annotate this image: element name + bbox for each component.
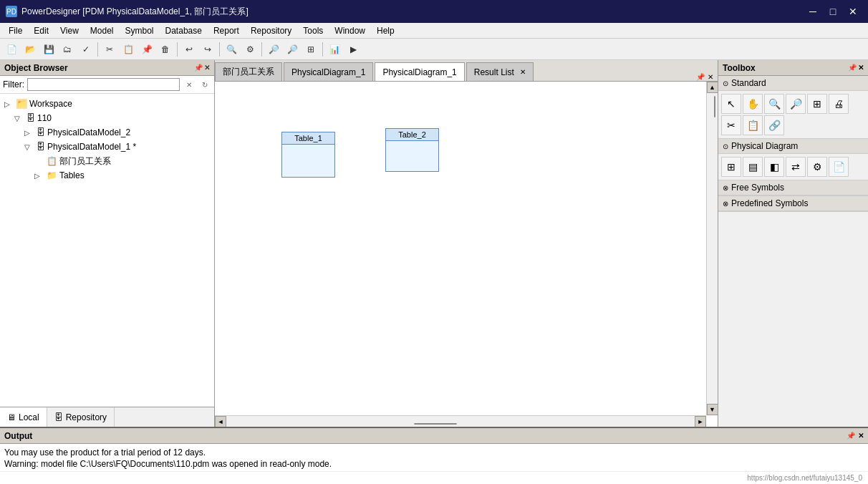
tree-item-pdm1[interactable]: ▽ 🗄 PhysicalDataModel_1 *: [23, 140, 211, 154]
maximize-button[interactable]: □: [824, 4, 842, 19]
tree-item-110[interactable]: ▽ 🗄 110: [13, 111, 211, 125]
toolbar-paste[interactable]: 📌: [138, 41, 155, 58]
standard-label: Standard: [731, 78, 766, 88]
menu-view[interactable]: View: [54, 24, 85, 37]
toolbar-undo[interactable]: ↩: [180, 41, 198, 58]
pdm1-icon: 🗄: [37, 142, 45, 152]
toolbar-save[interactable]: 💾: [40, 41, 57, 58]
toolbar-zoom-in[interactable]: 🔎: [265, 41, 282, 58]
tool-print[interactable]: 🖨: [829, 94, 849, 114]
menu-model[interactable]: Model: [85, 24, 120, 37]
tool-table[interactable]: ⊞: [721, 157, 741, 177]
table-2[interactable]: Table_2: [385, 128, 439, 172]
expand-110[interactable]: ▽: [14, 115, 24, 122]
menu-database[interactable]: Database: [160, 24, 208, 37]
tool-link[interactable]: 🔗: [764, 115, 784, 135]
tool-fk[interactable]: ⇄: [786, 157, 806, 177]
ob-pin-icon[interactable]: 📌: [194, 64, 203, 72]
toolbox-physdiagram-header[interactable]: ⊙ Physical Diagram: [718, 139, 868, 154]
toolbar-more[interactable]: ▶: [344, 41, 362, 58]
hscroll-thumb[interactable]: [414, 423, 457, 425]
tool-zoom-fit[interactable]: ⊞: [807, 94, 827, 114]
toolbar-save-all[interactable]: 🗂: [59, 41, 76, 58]
toolbar-zoom-out[interactable]: 🔎: [284, 41, 301, 58]
toolbar-check[interactable]: ✓: [77, 41, 95, 58]
local-tab[interactable]: 🖥 Local: [0, 407, 47, 427]
tool-copy[interactable]: 📋: [743, 115, 763, 135]
filter-input[interactable]: [27, 78, 180, 91]
tool-pointer[interactable]: ↖: [721, 94, 741, 114]
tree-item-tables[interactable]: ▷ 📁 Tables: [33, 168, 211, 183]
output-footer-link: https://blog.csdn.net/futaiyu13145_0: [747, 474, 862, 482]
scroll-left-button[interactable]: ◄: [215, 416, 226, 427]
vscroll-thumb[interactable]: [714, 96, 715, 117]
repository-tab[interactable]: 🗄 Repository: [47, 407, 115, 427]
horizontal-scrollbar[interactable]: ◄ ►: [215, 415, 706, 427]
toolbar-prop[interactable]: 📊: [326, 41, 343, 58]
filter-label: Filter:: [3, 79, 24, 89]
tab-close-icon[interactable]: ✕: [708, 73, 713, 81]
expand-pdm1[interactable]: ▽: [24, 143, 34, 151]
tool-view[interactable]: ▤: [743, 157, 763, 177]
filter-clear-button[interactable]: ✕: [183, 78, 196, 91]
menu-repository[interactable]: Repository: [245, 24, 297, 37]
toolbar-copy[interactable]: 📋: [120, 41, 137, 58]
toolbox-predefsym-header[interactable]: ⊗ Predefined Symbols: [718, 196, 868, 211]
output-pin-icon[interactable]: 📌: [847, 432, 855, 440]
menu-tools[interactable]: Tools: [297, 24, 329, 37]
toolbar-redo[interactable]: ↪: [199, 41, 216, 58]
menu-report[interactable]: Report: [208, 24, 245, 37]
result-tab-close-icon[interactable]: ✕: [520, 68, 526, 76]
tool-note[interactable]: 📄: [829, 157, 849, 177]
filter-refresh-button[interactable]: ↻: [198, 78, 211, 91]
expand-pdm2[interactable]: ▷: [24, 129, 34, 137]
toolbox-close-icon[interactable]: ✕: [858, 64, 864, 72]
toolbar-delete[interactable]: 🗑: [157, 41, 174, 58]
tab-pd1[interactable]: PhysicalDiagram_1: [284, 62, 373, 81]
toolbar-open[interactable]: 📂: [21, 41, 39, 58]
minimize-button[interactable]: ─: [804, 4, 822, 19]
menu-window[interactable]: Window: [329, 24, 371, 37]
toolbox-standard-header[interactable]: ⊙ Standard: [718, 76, 868, 91]
menu-help[interactable]: Help: [371, 24, 400, 37]
canvas-scroll: Table_1 Table_2: [215, 82, 718, 427]
toolbar-cut[interactable]: ✂: [101, 41, 118, 58]
toolbar-fit[interactable]: ⊞: [302, 41, 319, 58]
toolbox-freesym-header[interactable]: ⊗ Free Symbols: [718, 180, 868, 195]
close-button[interactable]: ✕: [844, 4, 862, 19]
vertical-scrollbar[interactable]: ▲ ▼: [706, 82, 718, 415]
pdm2-label: PhysicalDataModel_2: [47, 127, 130, 137]
toolbox-pin-icon[interactable]: 📌: [848, 64, 857, 72]
menu-file[interactable]: File: [3, 24, 28, 37]
tab-pd2[interactable]: PhysicalDiagram_1: [375, 62, 464, 81]
tree-item-workspace[interactable]: ▷ 📁 Workspace: [3, 97, 211, 111]
toolbar-new[interactable]: 📄: [3, 41, 20, 58]
scroll-right-button[interactable]: ►: [695, 416, 706, 427]
toolbar-gen[interactable]: ⚙: [241, 41, 259, 58]
ob-close-icon[interactable]: ✕: [204, 64, 210, 72]
toolbar-find[interactable]: 🔍: [223, 41, 240, 58]
tool-ref[interactable]: ◧: [764, 157, 784, 177]
tool-zoom-in[interactable]: 🔍: [764, 94, 784, 114]
canvas-area[interactable]: Table_1 Table_2 ▲ ▼ ◄: [215, 82, 718, 427]
tool-hand[interactable]: ✋: [743, 94, 763, 114]
tool-proc[interactable]: ⚙: [807, 157, 827, 177]
expand-tables[interactable]: ▷: [34, 172, 44, 180]
tree-item-diagram[interactable]: 📋 部门员工关系: [33, 154, 211, 168]
model-110-icon: 🗄: [26, 113, 35, 123]
tree-item-pdm2[interactable]: ▷ 🗄 PhysicalDataModel_2: [23, 125, 211, 140]
output-close-icon[interactable]: ✕: [858, 432, 864, 440]
tab-result[interactable]: Result List ✕: [466, 62, 534, 81]
toolbox-standard-section: ⊙ Standard ↖ ✋ 🔍 🔎 ⊞ 🖨 ✂ 📋 🔗: [718, 76, 868, 139]
scroll-up-button[interactable]: ▲: [707, 82, 718, 93]
scroll-down-button[interactable]: ▼: [707, 404, 718, 415]
tab-bumen[interactable]: 部门员工关系: [215, 62, 282, 81]
tool-zoom-out[interactable]: 🔎: [786, 94, 806, 114]
table-1[interactable]: Table_1: [281, 132, 335, 178]
tool-cut[interactable]: ✂: [721, 115, 741, 135]
tab-pin-icon[interactable]: 📌: [696, 73, 705, 81]
menu-symbol[interactable]: Symbol: [120, 24, 160, 37]
pdm1-label: PhysicalDataModel_1 *: [47, 142, 136, 152]
menu-edit[interactable]: Edit: [28, 24, 54, 37]
expand-workspace[interactable]: ▷: [4, 100, 14, 108]
